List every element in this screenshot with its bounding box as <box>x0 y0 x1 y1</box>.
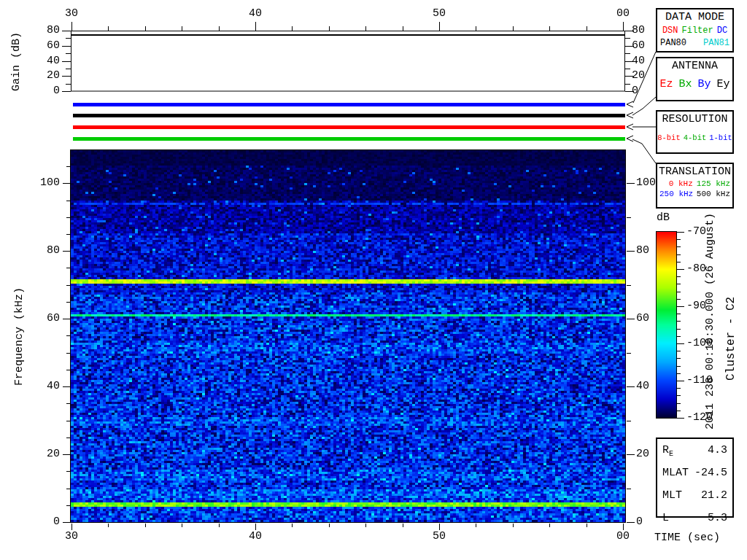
translation-options-row2: 250 kHz 500 kHz <box>657 190 732 198</box>
gain-right-tick-label: 80 <box>632 24 664 37</box>
colorbar-unit-label: dB <box>657 211 670 224</box>
option-250khz: 250 kHz <box>659 190 693 198</box>
data-mode-legend-panel: DATA MODE DSN Filter DC PAN80 PAN81 <box>656 8 734 52</box>
freq-left-tick-label: 60 <box>28 312 60 325</box>
option-by: By <box>698 78 711 90</box>
frequency-axis-label: Frequency (kHz) <box>13 284 26 388</box>
translation-panel-title: TRANSLATION <box>657 166 732 178</box>
time-top-tick-label: 50 <box>425 7 454 20</box>
data-mode-options-row1: DSN Filter DC <box>657 26 732 36</box>
colorbar-tick-label: -70 <box>686 225 723 238</box>
time-top-tick-label: 00 <box>608 7 638 20</box>
antenna-options-row: Ez Bx By Ey <box>657 78 732 90</box>
translation-options-row1: 0 kHz 125 kHz <box>657 179 732 188</box>
option-dc: DC <box>717 26 727 36</box>
freq-right-tick-label: 40 <box>636 380 668 393</box>
datetime-annotation: 2011 238 00:10:30.000 (26 August) <box>704 211 716 430</box>
freq-left-tick-label: 0 <box>28 516 60 529</box>
gain-right-tick-label: 20 <box>632 69 664 82</box>
time-bottom-tick-label: 00 <box>608 530 638 543</box>
option-pan81: PAN81 <box>703 38 729 48</box>
gain-left-tick-label: 0 <box>28 85 60 98</box>
colorbar-tick-label: -80 <box>686 262 723 276</box>
ephemeris-value: 5.3 <box>708 509 727 532</box>
freq-right-tick-label: 100 <box>636 176 668 190</box>
time-axis-label: TIME (sec) <box>654 532 720 544</box>
ephemeris-value: -24.5 <box>694 464 727 486</box>
ephemeris-row-mlat: MLAT -24.5 <box>657 464 732 486</box>
data-mode-panel-title: DATA MODE <box>657 11 732 23</box>
ephemeris-value: 4.3 <box>708 441 727 464</box>
antenna-legend-panel: ANTENNA Ez Bx By Ey <box>656 57 734 101</box>
data-mode-options-row2: PAN80 PAN81 <box>657 38 732 48</box>
spacecraft-annotation: Cluster - C2 <box>724 293 738 384</box>
gain-left-tick-label: 60 <box>28 39 60 52</box>
ephemeris-label: MLT <box>662 486 682 509</box>
wbd-spectrogram-page: Gain (dB) Frequency (kHz) 2011 238 00:10… <box>0 0 747 560</box>
option-filter: Filter <box>681 26 713 36</box>
colorbar-tick-label: -100 <box>686 337 723 350</box>
time-bottom-tick-label: 50 <box>425 530 454 543</box>
ephemeris-label: MLAT <box>662 464 689 486</box>
option-bx: Bx <box>678 78 692 90</box>
ephemeris-row-mlt: MLT 21.2 <box>657 486 732 509</box>
option-0khz: 0 kHz <box>669 179 693 188</box>
freq-left-tick-label: 20 <box>28 448 60 461</box>
freq-right-tick-label: 80 <box>636 244 668 257</box>
gain-left-tick-label: 80 <box>28 24 60 37</box>
ephemeris-row-l: L 5.3 <box>657 509 732 532</box>
option-8bit: 8-bit <box>657 133 681 142</box>
gain-left-tick-label: 40 <box>28 55 60 68</box>
freq-right-tick-label: 20 <box>636 448 668 461</box>
freq-left-tick-label: 40 <box>28 380 60 393</box>
time-top-tick-label: 40 <box>241 7 270 20</box>
gain-right-tick-label: 40 <box>632 55 664 68</box>
time-bottom-tick-label: 30 <box>57 530 86 543</box>
freq-left-tick-label: 80 <box>28 244 60 257</box>
freq-right-tick-label: 0 <box>636 516 668 529</box>
colorbar-tick-label: -90 <box>686 300 723 313</box>
resolution-options-row: 8-bit 4-bit 1-bit <box>657 133 732 142</box>
time-top-tick-label: 30 <box>57 7 86 20</box>
resolution-legend-panel: RESOLUTION 8-bit 4-bit 1-bit <box>656 110 734 154</box>
freq-right-tick-label: 60 <box>636 312 668 325</box>
gain-right-tick-label: 60 <box>632 39 664 52</box>
option-4bit: 4-bit <box>684 133 707 142</box>
gain-left-tick-label: 20 <box>28 69 60 82</box>
colorbar-tick-label: -110 <box>686 374 723 387</box>
gain-axis-label: Gain (dB) <box>10 28 23 95</box>
antenna-panel-title: ANTENNA <box>657 60 732 72</box>
freq-left-tick-label: 100 <box>28 176 60 190</box>
time-bottom-tick-label: 40 <box>241 530 270 543</box>
resolution-panel-title: RESOLUTION <box>657 113 732 125</box>
option-500khz: 500 kHz <box>697 190 730 198</box>
option-pan80: PAN80 <box>660 38 686 48</box>
option-125khz: 125 kHz <box>697 179 730 188</box>
gain-right-tick-label: 0 <box>632 85 664 98</box>
option-1bit: 1-bit <box>709 133 732 142</box>
option-dsn: DSN <box>662 26 678 36</box>
ephemeris-row-re: RE 4.3 <box>657 441 732 464</box>
option-ey: Ey <box>717 78 730 90</box>
ephemeris-value: 21.2 <box>701 486 727 509</box>
colorbar-tick-label: -120 <box>686 411 723 424</box>
